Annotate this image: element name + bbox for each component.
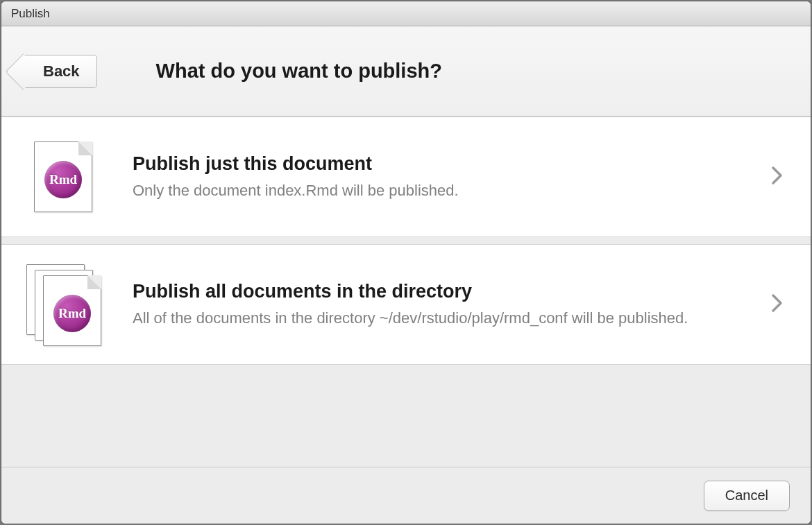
rmd-badge: Rmd	[53, 295, 91, 332]
cancel-button-label: Cancel	[725, 488, 768, 503]
cancel-button[interactable]: Cancel	[704, 481, 790, 511]
option-publish-single[interactable]: Rmd Publish just this document Only the …	[1, 117, 811, 237]
option-title: Publish just this document	[133, 153, 741, 175]
publish-dialog: Publish Back What do you want to publish…	[1, 1, 811, 524]
option-description: Only the document index.Rmd will be publ…	[133, 180, 741, 201]
dialog-footer: Cancel	[1, 467, 811, 524]
rmd-badge: Rmd	[44, 161, 82, 198]
rmd-file-icon: Rmd	[25, 137, 101, 217]
dialog-content: Rmd Publish just this document Only the …	[1, 117, 811, 467]
option-publish-directory[interactable]: Rmd Publish all documents in the directo…	[1, 244, 811, 365]
option-text: Publish just this document Only the docu…	[133, 153, 741, 201]
option-title: Publish all documents in the directory	[133, 281, 741, 302]
dialog-header: Back What do you want to publish?	[1, 26, 811, 117]
option-description: All of the documents in the directory ~/…	[133, 308, 741, 329]
window-title: Publish	[11, 7, 50, 21]
chevron-right-icon	[772, 294, 783, 315]
chevron-right-icon	[772, 166, 783, 187]
option-text: Publish all documents in the directory A…	[133, 281, 741, 329]
window-titlebar: Publish	[1, 1, 811, 26]
back-button-label: Back	[43, 62, 80, 80]
back-button[interactable]: Back	[22, 55, 97, 88]
rmd-folder-icon: Rmd	[25, 264, 101, 345]
page-title: What do you want to publish?	[156, 60, 442, 83]
